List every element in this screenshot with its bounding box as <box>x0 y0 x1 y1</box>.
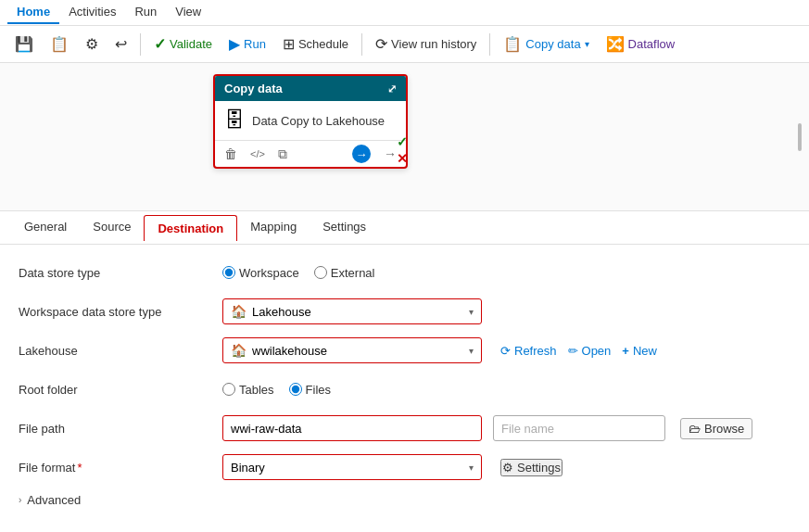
file-format-row: File format* Binary ▾ ⚙ Settings <box>19 454 790 480</box>
settings-gear-button[interactable]: ⚙ <box>78 32 106 57</box>
menu-item-home[interactable]: Home <box>7 1 59 24</box>
select-arrow-icon: ▾ <box>469 307 474 317</box>
file-format-value: Binary <box>231 461 265 475</box>
file-path-input[interactable] <box>222 415 482 441</box>
files-radio[interactable] <box>289 383 302 396</box>
files-option-label: Files <box>306 383 331 397</box>
settings-link-icon: ⚙ <box>502 461 513 475</box>
history-icon: ⟳ <box>375 35 387 53</box>
card-footer: 🗑 </> ⧉ → → <box>215 140 406 167</box>
card-delete-icon[interactable]: 🗑 <box>224 146 237 161</box>
validate-label: Validate <box>170 37 212 51</box>
tab-general[interactable]: General <box>11 214 80 241</box>
refresh-label: Refresh <box>514 344 557 358</box>
lakehouse-icon: 🏠 <box>231 304 246 319</box>
data-store-type-radios: Workspace External <box>222 266 375 280</box>
validate-button[interactable]: ✓ Validate <box>146 32 220 57</box>
workspace-data-store-type-select[interactable]: 🏠 Lakehouse ▾ <box>222 298 482 324</box>
card-header: Copy data ⤢ <box>215 76 406 101</box>
advanced-chevron-icon: › <box>19 495 21 505</box>
workspace-data-store-type-control: 🏠 Lakehouse ▾ <box>222 298 790 324</box>
card-check-icon: ✓ <box>397 134 408 149</box>
tab-source[interactable]: Source <box>80 214 144 241</box>
browse-button[interactable]: 🗁 Browse <box>680 418 752 439</box>
pipeline-icon: 📋 <box>50 35 69 53</box>
separator-2 <box>361 33 362 56</box>
form-area: Data store type Workspace External Works… <box>0 245 809 532</box>
copy-data-card[interactable]: Copy data ⤢ 🗄 Data Copy to Lakehouse ✓ ✕… <box>213 74 408 169</box>
workspace-data-store-type-row: Workspace data store type 🏠 Lakehouse ▾ <box>19 298 790 324</box>
workspace-option-label: Workspace <box>239 266 299 280</box>
card-db-icon: 🗄 <box>224 108 245 133</box>
tables-option-label: Tables <box>239 383 274 397</box>
card-body-text: Data Copy to Lakehouse <box>252 114 385 128</box>
file-name-input[interactable] <box>493 415 665 441</box>
dataflow-button[interactable]: 🔀 Dataflow <box>599 32 683 57</box>
root-folder-radios: Tables Files <box>222 383 331 397</box>
workspace-radio[interactable] <box>222 266 235 279</box>
schedule-icon: ⊞ <box>283 35 295 53</box>
tables-radio[interactable] <box>222 383 235 396</box>
card-status-icons: ✓ ✕ <box>397 134 408 166</box>
root-folder-label: Root folder <box>19 383 222 397</box>
data-store-type-control: Workspace External <box>222 266 790 280</box>
copy-data-button[interactable]: 📋 Copy data ▾ <box>496 32 596 57</box>
menu-bar: Home Activities Run View <box>0 0 809 26</box>
view-run-history-label: View run history <box>391 37 476 51</box>
lakehouse-row: Lakehouse 🏠 wwilakehouse ▾ ⟳ Refresh ✏ O… <box>19 337 790 363</box>
lakehouse-select-arrow: ▾ <box>469 346 474 356</box>
dataflow-label: Dataflow <box>628 37 676 51</box>
workspace-radio-label[interactable]: Workspace <box>222 266 299 280</box>
card-arrow-button[interactable]: → <box>352 145 371 163</box>
undo-button[interactable]: ↩ <box>107 32 134 57</box>
file-format-select[interactable]: Binary ▾ <box>222 454 482 480</box>
new-icon: + <box>622 344 629 358</box>
menu-item-run[interactable]: Run <box>125 1 166 24</box>
file-format-label: File format* <box>19 461 222 475</box>
schedule-button[interactable]: ⊞ Schedule <box>275 32 356 57</box>
card-copy-icon[interactable]: ⧉ <box>278 146 287 162</box>
tab-settings[interactable]: Settings <box>310 214 379 241</box>
canvas-area: Copy data ⤢ 🗄 Data Copy to Lakehouse ✓ ✕… <box>0 63 809 211</box>
schedule-label: Schedule <box>298 37 348 51</box>
card-expand-icon[interactable]: ⤢ <box>387 82 397 95</box>
menu-item-view[interactable]: View <box>166 1 210 24</box>
new-button[interactable]: + New <box>622 344 657 358</box>
lakehouse-select-text: 🏠 wwilakehouse <box>231 343 327 358</box>
refresh-button[interactable]: ⟳ Refresh <box>500 344 557 358</box>
menu-item-activities[interactable]: Activities <box>59 1 125 24</box>
advanced-row[interactable]: › Advanced <box>19 493 790 507</box>
browse-label: Browse <box>704 422 744 436</box>
settings-link-button[interactable]: ⚙ Settings <box>500 459 563 476</box>
file-format-settings: ⚙ Settings <box>500 459 563 476</box>
external-radio-label[interactable]: External <box>314 266 375 280</box>
lakehouse-select[interactable]: 🏠 wwilakehouse ▾ <box>222 337 482 363</box>
files-radio-label[interactable]: Files <box>289 383 331 397</box>
view-run-history-button[interactable]: ⟳ View run history <box>368 32 484 57</box>
tab-mapping[interactable]: Mapping <box>237 214 310 241</box>
run-icon: ▶ <box>229 35 240 53</box>
data-store-type-label: Data store type <box>19 266 222 280</box>
save-button[interactable]: 💾 <box>7 32 41 57</box>
copy-data-label: Copy data <box>525 37 580 51</box>
card-arrow2-icon: → <box>384 146 397 161</box>
new-label: New <box>633 344 657 358</box>
pipeline-button[interactable]: 📋 <box>43 32 76 57</box>
external-option-label: External <box>331 266 375 280</box>
run-button[interactable]: ▶ Run <box>221 32 273 57</box>
workspace-data-store-type-value: Lakehouse <box>252 305 311 319</box>
lakehouse-label: Lakehouse <box>19 344 222 358</box>
lakehouse-control: 🏠 wwilakehouse ▾ ⟳ Refresh ✏ Open + New <box>222 337 790 363</box>
tab-destination[interactable]: Destination <box>144 215 237 241</box>
open-button[interactable]: ✏ Open <box>568 344 612 358</box>
root-folder-row: Root folder Tables Files <box>19 376 790 402</box>
tables-radio-label[interactable]: Tables <box>222 383 274 397</box>
workspace-data-store-type-label: Workspace data store type <box>19 305 222 319</box>
lakehouse-action-btns: ⟳ Refresh ✏ Open + New <box>500 344 657 358</box>
tab-bar: General Source Destination Mapping Setti… <box>0 211 809 245</box>
external-radio[interactable] <box>314 266 327 279</box>
select-box-text: 🏠 Lakehouse <box>231 304 311 319</box>
browse-icon: 🗁 <box>689 422 701 436</box>
file-format-select-text: Binary <box>231 461 265 475</box>
file-path-row: File path 🗁 Browse <box>19 415 790 441</box>
